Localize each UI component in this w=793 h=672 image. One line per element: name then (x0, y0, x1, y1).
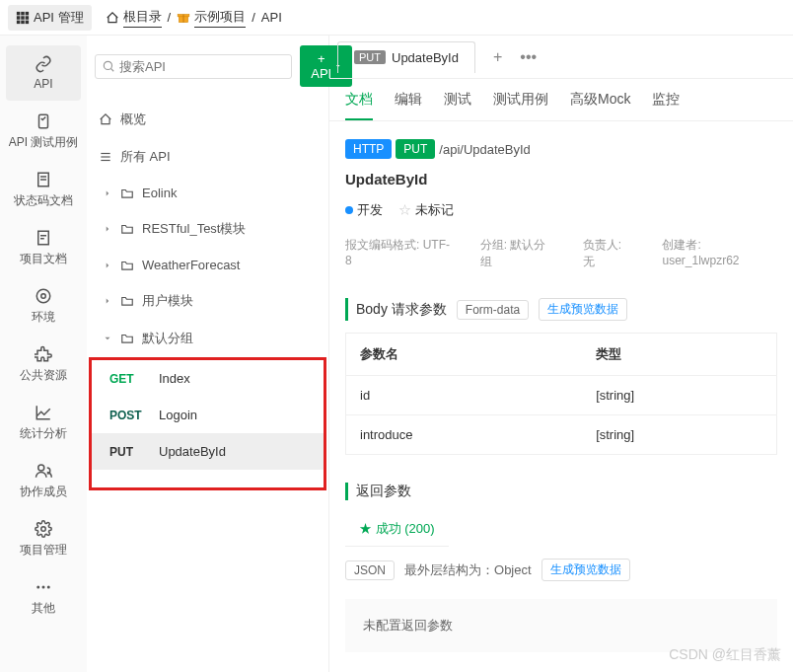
body-section-title: Body 请求参数 Form-data 生成预览数据 (345, 298, 777, 321)
top-bar: API 管理 根目录 / 示例项目 / API (0, 0, 793, 36)
sidebar-item-status[interactable]: 状态码文档 (0, 161, 87, 219)
svg-rect-1 (21, 11, 25, 15)
sub-tab-test[interactable]: 测试 (444, 91, 471, 120)
tree-overview[interactable]: 概览 (87, 101, 328, 138)
folder-icon (120, 259, 134, 272)
module-badge[interactable]: API 管理 (8, 5, 92, 31)
module-label: API 管理 (34, 9, 84, 27)
gen-preview-button[interactable]: 生成预览数据 (541, 559, 630, 581)
svg-rect-0 (17, 11, 21, 15)
tab-method: PUT (354, 50, 386, 64)
link-icon (35, 55, 52, 73)
svg-rect-7 (21, 20, 25, 24)
tree-folder[interactable]: 用户模块 (87, 282, 328, 320)
sidebar-item-api[interactable]: API (6, 45, 81, 101)
list-icon (99, 150, 112, 164)
protocol-badge: HTTP (345, 139, 392, 159)
resp-struct: 最外层结构为：Object (404, 561, 532, 579)
method-badge: PUT (396, 139, 435, 159)
svg-point-19 (36, 289, 50, 303)
svg-line-27 (110, 68, 113, 71)
api-path: /api/UpdateById (439, 142, 531, 157)
doc-icon (35, 171, 52, 188)
sidebar-item-env[interactable]: 环境 (0, 277, 87, 336)
tree-all-api[interactable]: 所有 API (87, 138, 328, 176)
tab-more-button[interactable]: ••• (520, 48, 537, 66)
svg-point-25 (47, 586, 50, 589)
puzzle-icon (35, 345, 52, 363)
gen-preview-button[interactable]: 生成预览数据 (539, 298, 627, 321)
chevron-right-icon (103, 261, 112, 270)
sub-tab-mock[interactable]: 高级Mock (570, 91, 630, 120)
search-icon (102, 59, 115, 73)
svg-rect-12 (39, 114, 48, 128)
response-success-tab[interactable]: ★ 成功 (200) (345, 512, 449, 547)
home-icon (106, 11, 119, 25)
tree-folder-expanded[interactable]: 默认分组 (87, 320, 328, 357)
svg-point-23 (36, 586, 39, 589)
tree-panel: + API 概览 所有 API Eolink RESTful_Test模块 We… (87, 36, 329, 672)
watermark: CSDN @红目香薰 (669, 646, 781, 664)
chevron-right-icon (103, 224, 112, 234)
breadcrumb-project[interactable]: 示例项目 (177, 8, 246, 28)
sidebar-item-other[interactable]: 其他 (0, 568, 87, 627)
sidebar: API API 测试用例 状态码文档 项目文档 环境 公共资源 统计分析 协作成… (0, 36, 87, 672)
sub-tab-testcase[interactable]: 测试用例 (493, 91, 548, 120)
sidebar-item-public[interactable]: 公共资源 (0, 336, 87, 394)
tab-name: UpdateById (392, 50, 459, 65)
tab-bar: PUT UpdateById + ••• (329, 36, 793, 79)
folder-icon (120, 222, 134, 236)
api-row[interactable]: GETIndex (92, 360, 324, 397)
body-type-chip: Form-data (457, 300, 529, 320)
param-table: 参数名类型 id[string] introduce[string] (345, 333, 777, 455)
api-title: UpdateById (345, 171, 777, 187)
chevron-right-icon (103, 296, 112, 306)
svg-rect-6 (17, 20, 21, 24)
folder-icon (120, 294, 134, 308)
svg-point-24 (42, 586, 45, 589)
sidebar-item-testcase[interactable]: API 测试用例 (0, 103, 87, 161)
svg-point-20 (41, 294, 46, 299)
sidebar-item-projdoc[interactable]: 项目文档 (0, 219, 87, 277)
svg-rect-8 (26, 20, 30, 24)
test-icon (35, 112, 52, 130)
svg-rect-3 (17, 16, 21, 20)
sidebar-item-members[interactable]: 协作成员 (0, 452, 87, 510)
sidebar-item-settings[interactable]: 项目管理 (0, 510, 87, 568)
content: PUT UpdateById + ••• 文档 编辑 测试 测试用例 高级Moc… (329, 36, 793, 672)
gear-icon (35, 520, 52, 538)
grid-icon (16, 11, 30, 25)
table-row: id[string] (346, 376, 777, 415)
tab[interactable]: PUT UpdateById (337, 41, 475, 73)
tree-folder[interactable]: RESTful_Test模块 (87, 210, 328, 248)
search-input[interactable] (95, 54, 292, 79)
breadcrumb-root[interactable]: 根目录 (106, 8, 162, 28)
sub-tabs: 文档 编辑 测试 测试用例 高级Mock 监控 (329, 79, 793, 121)
tree-folder[interactable]: WeatherForecast (87, 248, 328, 282)
empty-response: 未配置返回参数 (345, 599, 777, 652)
response-section-title: 返回参数 (345, 483, 777, 500)
folder-icon (120, 187, 134, 200)
svg-point-22 (41, 527, 46, 532)
svg-point-26 (104, 61, 111, 69)
highlight-box: GETIndex POSTLogoin PUTUpdateById (89, 357, 326, 490)
add-tab-button[interactable]: + (493, 48, 502, 66)
breadcrumb-api: API (261, 10, 282, 25)
chart-icon (35, 404, 52, 421)
page-icon (35, 229, 52, 247)
meta-row: 报文编码格式: UTF-8 分组: 默认分组 负责人: 无 创建者: user_… (345, 237, 777, 270)
api-row[interactable]: POSTLogoin (92, 397, 324, 433)
api-row-selected[interactable]: PUTUpdateById (92, 433, 324, 470)
tag-status[interactable]: ☆ 未标记 (398, 201, 454, 219)
chevron-down-icon (103, 334, 112, 343)
sidebar-item-stats[interactable]: 统计分析 (0, 394, 87, 452)
svg-rect-4 (21, 16, 25, 20)
breadcrumb: 根目录 / 示例项目 / API (106, 8, 282, 28)
dev-status: 开发 (345, 201, 383, 219)
sub-tab-doc[interactable]: 文档 (345, 91, 373, 120)
sub-tab-monitor[interactable]: 监控 (652, 91, 680, 120)
chevron-right-icon (103, 188, 112, 198)
sub-tab-edit[interactable]: 编辑 (395, 91, 422, 120)
tree-folder[interactable]: Eolink (87, 176, 328, 210)
home-icon (99, 112, 112, 126)
